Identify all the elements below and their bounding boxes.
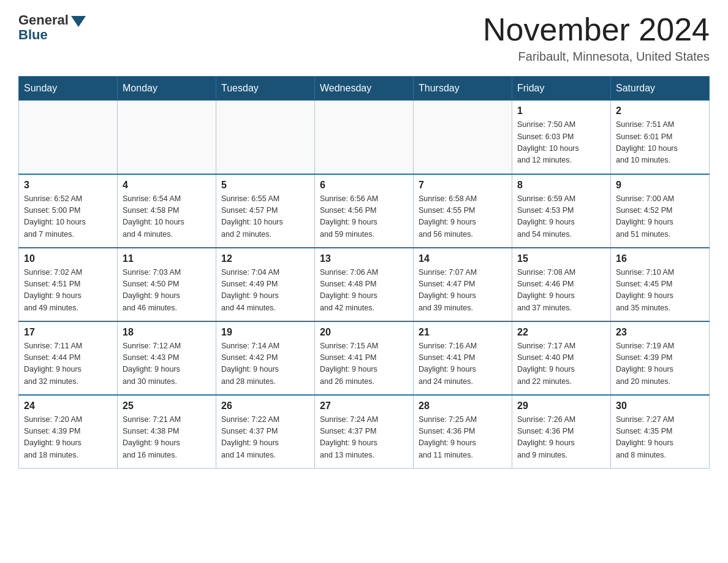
day-header-monday: Monday xyxy=(118,77,216,101)
day-number: 8 xyxy=(517,180,605,191)
day-number: 7 xyxy=(419,180,507,191)
logo-triangle-icon xyxy=(71,16,86,27)
day-number: 9 xyxy=(616,180,704,191)
calendar-cell: 26Sunrise: 7:22 AMSunset: 4:37 PMDayligh… xyxy=(216,395,315,469)
calendar-table: SundayMondayTuesdayWednesdayThursdayFrid… xyxy=(18,76,710,469)
calendar-cell: 29Sunrise: 7:26 AMSunset: 4:36 PMDayligh… xyxy=(512,395,611,469)
day-info: Sunrise: 7:02 AMSunset: 4:51 PMDaylight:… xyxy=(24,267,112,315)
day-number: 16 xyxy=(616,253,704,264)
calendar-cell xyxy=(414,101,512,174)
calendar-cell: 6Sunrise: 6:56 AMSunset: 4:56 PMDaylight… xyxy=(315,174,414,248)
page-header: General Blue November 2024 Faribault, Mi… xyxy=(18,12,710,64)
day-info: Sunrise: 7:24 AMSunset: 4:37 PMDaylight:… xyxy=(320,414,408,462)
calendar-cell: 20Sunrise: 7:15 AMSunset: 4:41 PMDayligh… xyxy=(315,321,414,395)
calendar-week-row: 24Sunrise: 7:20 AMSunset: 4:39 PMDayligh… xyxy=(19,395,710,469)
day-header-saturday: Saturday xyxy=(611,77,710,101)
day-number: 28 xyxy=(419,400,507,412)
day-number: 26 xyxy=(221,400,309,412)
day-number: 29 xyxy=(517,400,605,412)
day-info: Sunrise: 7:16 AMSunset: 4:41 PMDaylight:… xyxy=(419,340,507,388)
logo-blue-text: Blue xyxy=(18,27,48,43)
calendar-cell: 8Sunrise: 6:59 AMSunset: 4:53 PMDaylight… xyxy=(512,174,611,248)
calendar-cell: 28Sunrise: 7:25 AMSunset: 4:36 PMDayligh… xyxy=(414,395,512,469)
calendar-cell: 21Sunrise: 7:16 AMSunset: 4:41 PMDayligh… xyxy=(414,321,512,395)
day-number: 1 xyxy=(517,105,605,117)
calendar-cell: 11Sunrise: 7:03 AMSunset: 4:50 PMDayligh… xyxy=(118,248,216,321)
day-info: Sunrise: 7:11 AMSunset: 4:44 PMDaylight:… xyxy=(24,340,112,388)
calendar-cell: 22Sunrise: 7:17 AMSunset: 4:40 PMDayligh… xyxy=(512,321,611,395)
calendar-cell: 24Sunrise: 7:20 AMSunset: 4:39 PMDayligh… xyxy=(19,395,118,469)
day-number: 25 xyxy=(123,400,211,412)
location-text: Faribault, Minnesota, United States xyxy=(483,50,710,64)
calendar-cell: 5Sunrise: 6:55 AMSunset: 4:57 PMDaylight… xyxy=(216,174,315,248)
day-number: 13 xyxy=(320,253,408,264)
day-number: 15 xyxy=(517,253,605,264)
day-header-tuesday: Tuesday xyxy=(216,77,315,101)
day-info: Sunrise: 7:22 AMSunset: 4:37 PMDaylight:… xyxy=(221,414,309,462)
calendar-cell: 18Sunrise: 7:12 AMSunset: 4:43 PMDayligh… xyxy=(118,321,216,395)
calendar-week-row: 3Sunrise: 6:52 AMSunset: 5:00 PMDaylight… xyxy=(19,174,710,248)
calendar-cell: 30Sunrise: 7:27 AMSunset: 4:35 PMDayligh… xyxy=(611,395,710,469)
day-header-friday: Friday xyxy=(512,77,611,101)
calendar-cell xyxy=(216,101,315,174)
calendar-cell: 3Sunrise: 6:52 AMSunset: 5:00 PMDaylight… xyxy=(19,174,118,248)
day-number: 27 xyxy=(320,400,408,412)
calendar-cell: 15Sunrise: 7:08 AMSunset: 4:46 PMDayligh… xyxy=(512,248,611,321)
day-number: 5 xyxy=(221,180,309,191)
calendar-week-row: 17Sunrise: 7:11 AMSunset: 4:44 PMDayligh… xyxy=(19,321,710,395)
logo: General Blue xyxy=(18,12,86,43)
calendar-cell: 4Sunrise: 6:54 AMSunset: 4:58 PMDaylight… xyxy=(118,174,216,248)
day-number: 14 xyxy=(419,253,507,264)
calendar-cell: 16Sunrise: 7:10 AMSunset: 4:45 PMDayligh… xyxy=(611,248,710,321)
calendar-cell: 14Sunrise: 7:07 AMSunset: 4:47 PMDayligh… xyxy=(414,248,512,321)
day-info: Sunrise: 7:26 AMSunset: 4:36 PMDaylight:… xyxy=(517,414,605,462)
day-info: Sunrise: 7:04 AMSunset: 4:49 PMDaylight:… xyxy=(221,267,309,315)
day-number: 23 xyxy=(616,327,704,338)
calendar-header-row: SundayMondayTuesdayWednesdayThursdayFrid… xyxy=(19,77,710,101)
calendar-cell: 9Sunrise: 7:00 AMSunset: 4:52 PMDaylight… xyxy=(611,174,710,248)
day-number: 3 xyxy=(24,180,112,191)
day-number: 24 xyxy=(24,400,112,412)
day-info: Sunrise: 7:19 AMSunset: 4:39 PMDaylight:… xyxy=(616,340,704,388)
day-info: Sunrise: 7:14 AMSunset: 4:42 PMDaylight:… xyxy=(221,340,309,388)
day-info: Sunrise: 7:21 AMSunset: 4:38 PMDaylight:… xyxy=(123,414,211,462)
calendar-cell: 10Sunrise: 7:02 AMSunset: 4:51 PMDayligh… xyxy=(19,248,118,321)
day-number: 17 xyxy=(24,327,112,338)
day-info: Sunrise: 7:06 AMSunset: 4:48 PMDaylight:… xyxy=(320,267,408,315)
day-info: Sunrise: 7:25 AMSunset: 4:36 PMDaylight:… xyxy=(419,414,507,462)
day-number: 21 xyxy=(419,327,507,338)
calendar-week-row: 10Sunrise: 7:02 AMSunset: 4:51 PMDayligh… xyxy=(19,248,710,321)
day-header-sunday: Sunday xyxy=(19,77,118,101)
calendar-cell: 2Sunrise: 7:51 AMSunset: 6:01 PMDaylight… xyxy=(611,101,710,174)
day-info: Sunrise: 6:59 AMSunset: 4:53 PMDaylight:… xyxy=(517,193,605,241)
day-info: Sunrise: 6:56 AMSunset: 4:56 PMDaylight:… xyxy=(320,193,408,241)
calendar-cell: 17Sunrise: 7:11 AMSunset: 4:44 PMDayligh… xyxy=(19,321,118,395)
day-info: Sunrise: 6:58 AMSunset: 4:55 PMDaylight:… xyxy=(419,193,507,241)
day-info: Sunrise: 7:08 AMSunset: 4:46 PMDaylight:… xyxy=(517,267,605,315)
day-info: Sunrise: 7:27 AMSunset: 4:35 PMDaylight:… xyxy=(616,414,704,462)
day-info: Sunrise: 7:03 AMSunset: 4:50 PMDaylight:… xyxy=(123,267,211,315)
day-info: Sunrise: 6:54 AMSunset: 4:58 PMDaylight:… xyxy=(123,193,211,241)
calendar-cell: 23Sunrise: 7:19 AMSunset: 4:39 PMDayligh… xyxy=(611,321,710,395)
day-header-wednesday: Wednesday xyxy=(315,77,414,101)
day-number: 22 xyxy=(517,327,605,338)
day-number: 11 xyxy=(123,253,211,264)
day-number: 30 xyxy=(616,400,704,412)
calendar-cell: 13Sunrise: 7:06 AMSunset: 4:48 PMDayligh… xyxy=(315,248,414,321)
day-number: 19 xyxy=(221,327,309,338)
day-info: Sunrise: 7:50 AMSunset: 6:03 PMDaylight:… xyxy=(517,119,605,167)
day-number: 6 xyxy=(320,180,408,191)
day-info: Sunrise: 7:07 AMSunset: 4:47 PMDaylight:… xyxy=(419,267,507,315)
title-area: November 2024 Faribault, Minnesota, Unit… xyxy=(483,12,710,64)
day-info: Sunrise: 7:20 AMSunset: 4:39 PMDaylight:… xyxy=(24,414,112,462)
calendar-cell xyxy=(315,101,414,174)
day-number: 2 xyxy=(616,105,704,117)
calendar-cell: 7Sunrise: 6:58 AMSunset: 4:55 PMDaylight… xyxy=(414,174,512,248)
month-title: November 2024 xyxy=(483,12,710,47)
day-info: Sunrise: 6:55 AMSunset: 4:57 PMDaylight:… xyxy=(221,193,309,241)
day-info: Sunrise: 7:51 AMSunset: 6:01 PMDaylight:… xyxy=(616,119,704,167)
calendar-cell xyxy=(19,101,118,174)
calendar-cell: 1Sunrise: 7:50 AMSunset: 6:03 PMDaylight… xyxy=(512,101,611,174)
day-info: Sunrise: 6:52 AMSunset: 5:00 PMDaylight:… xyxy=(24,193,112,241)
day-info: Sunrise: 7:15 AMSunset: 4:41 PMDaylight:… xyxy=(320,340,408,388)
